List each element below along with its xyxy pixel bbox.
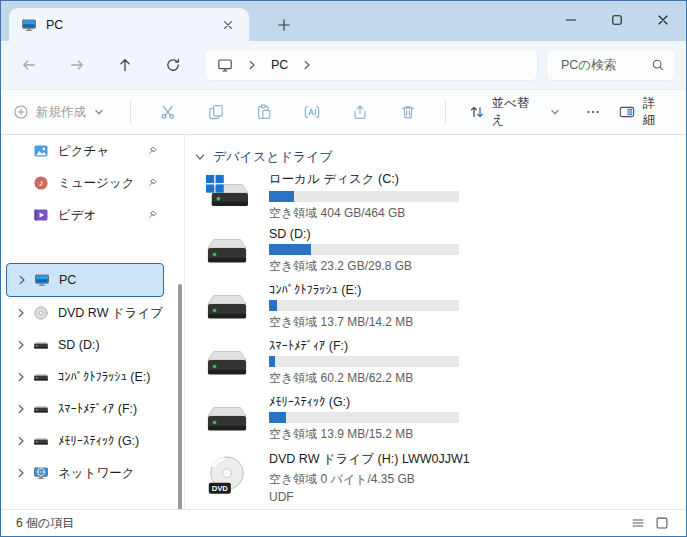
sidebar-item-8[interactable]: ﾒﾓﾘｰｽﾃｨｯｸ (G:): [6, 425, 164, 457]
share-button[interactable]: [336, 95, 384, 129]
hdd-icon: [204, 341, 250, 383]
more-options-button[interactable]: [571, 95, 615, 129]
paste-icon: [256, 104, 272, 120]
drive-name: DVD RW ドライブ (H:) LWW0JJW1: [269, 451, 529, 468]
maximize-icon: [611, 14, 623, 26]
content-area: ピクチャ ♪ミュージック ビデオ PC DVD RW ドライブ (H:) SD …: [1, 135, 686, 509]
group-header-devices[interactable]: デバイスとドライブ: [194, 148, 333, 166]
system-drive-icon: [204, 173, 250, 215]
forward-button[interactable]: [59, 51, 95, 79]
pin-icon: [146, 177, 158, 189]
hdd-small-icon: [33, 337, 49, 353]
capacity-bar: [269, 244, 459, 255]
sidebar-item-label: ｺﾝﾊﾟｸﾄﾌﾗｯｼｭ (E:): [58, 370, 164, 384]
address-bar[interactable]: PC: [204, 49, 538, 81]
pc-icon: [21, 17, 37, 33]
up-button[interactable]: [107, 51, 143, 79]
sort-arrows-icon: [469, 104, 485, 120]
sidebar-item-label: ネットワーク: [58, 465, 164, 482]
expand-chevron-icon[interactable]: [15, 403, 33, 415]
details-view-button[interactable]: 詳細: [615, 95, 672, 129]
sidebar-item-5[interactable]: SD (D:): [6, 329, 164, 361]
forward-icon: [69, 57, 85, 73]
tab-title: PC: [46, 18, 217, 32]
capacity-bar: [269, 412, 459, 423]
new-tab-button[interactable]: [271, 12, 297, 38]
dvd-icon: DVD: [204, 453, 250, 499]
command-bar: 新規作成 並べ替え 詳細: [1, 89, 686, 135]
close-button[interactable]: [640, 1, 686, 39]
delete-button[interactable]: [384, 95, 432, 129]
details-view-toggle[interactable]: [626, 512, 650, 534]
chevron-down-icon: [194, 151, 206, 163]
sidebar-item-label: SD (D:): [58, 338, 164, 352]
sidebar-item-4[interactable]: DVD RW ドライブ (H:): [6, 297, 164, 329]
up-arrow-icon: [117, 57, 133, 73]
expand-chevron-icon[interactable]: [15, 371, 33, 383]
plus-circle-icon: [13, 104, 29, 120]
pin-icon: [146, 145, 158, 157]
chevron-right-icon[interactable]: [301, 59, 313, 71]
breadcrumb-pc[interactable]: PC: [271, 58, 288, 72]
trash-icon: [400, 104, 416, 120]
sidebar: ピクチャ ♪ミュージック ビデオ PC DVD RW ドライブ (H:) SD …: [1, 135, 185, 509]
sidebar-item-0[interactable]: ピクチャ: [6, 135, 164, 167]
expand-chevron-icon[interactable]: [15, 339, 33, 351]
chevron-right-icon[interactable]: [246, 59, 258, 71]
share-icon: [352, 104, 368, 120]
close-icon: [222, 19, 234, 31]
hdd-icon: [204, 229, 250, 271]
icons-view-toggle[interactable]: [650, 512, 674, 534]
new-item-button[interactable]: 新規作成: [13, 104, 117, 121]
cut-button[interactable]: [144, 95, 192, 129]
sidebar-item-2[interactable]: ビデオ: [6, 199, 164, 231]
sidebar-item-9[interactable]: ネットワーク: [6, 457, 164, 489]
icons-view-icon: [655, 516, 669, 530]
drive-name: ｽﾏｰﾄﾒﾃﾞｨｱ (F:): [269, 339, 529, 353]
sidebar-item-pc[interactable]: PC: [6, 263, 164, 297]
sort-button[interactable]: 並べ替え: [459, 95, 572, 129]
back-icon: [21, 57, 37, 73]
search-box[interactable]: PCの検索: [546, 49, 676, 81]
paste-button[interactable]: [240, 95, 288, 129]
sidebar-item-label: ｽﾏｰﾄﾒﾃﾞｨｱ (F:): [58, 402, 164, 416]
refresh-button[interactable]: [155, 51, 191, 79]
sidebar-item-1[interactable]: ♪ミュージック: [6, 167, 164, 199]
back-button[interactable]: [11, 51, 47, 79]
sidebar-scrollbar[interactable]: [178, 284, 182, 537]
rename-button[interactable]: [288, 95, 336, 129]
sidebar-item-6[interactable]: ｺﾝﾊﾟｸﾄﾌﾗｯｼｭ (E:): [6, 361, 164, 393]
minimize-button[interactable]: [548, 1, 594, 39]
disc-icon: [33, 305, 49, 321]
expand-chevron-icon[interactable]: [15, 467, 33, 479]
sidebar-item-7[interactable]: ｽﾏｰﾄﾒﾃﾞｨｱ (F:): [6, 393, 164, 425]
search-placeholder: PCの検索: [561, 57, 651, 74]
tab-close-button[interactable]: [217, 14, 239, 36]
status-bar: 6 個の項目: [1, 509, 686, 536]
expand-chevron-icon[interactable]: [15, 307, 33, 319]
tab-pc[interactable]: PC: [9, 8, 249, 41]
filesystem-label: UDF: [269, 490, 529, 504]
sidebar-item-label: DVD RW ドライブ (H:): [58, 305, 164, 322]
copy-button[interactable]: [192, 95, 240, 129]
drive-name: ﾒﾓﾘｰｽﾃｨｯｸ (G:): [269, 395, 529, 409]
navigation-bar: PC PCの検索: [1, 41, 686, 89]
scissors-icon: [160, 104, 176, 120]
new-item-label: 新規作成: [36, 104, 86, 121]
maximize-button[interactable]: [594, 1, 640, 39]
ellipsis-icon: [585, 104, 601, 120]
group-header-label: デバイスとドライブ: [213, 148, 333, 166]
free-space-label: 空き領域 404 GB/464 GB: [269, 205, 529, 222]
sidebar-item-label: ﾒﾓﾘｰｽﾃｨｯｸ (G:): [58, 434, 164, 448]
details-pane-icon: [619, 104, 635, 120]
titlebar: PC: [1, 1, 686, 41]
main-panel: デバイスとドライブ ローカル ディスク (C:)空き領域 404 GB/464 …: [186, 135, 686, 509]
expand-chevron-icon[interactable]: [16, 274, 34, 286]
expand-chevron-icon[interactable]: [15, 435, 33, 447]
file-explorer-window: PC PC PCの検索 新規作成: [0, 0, 687, 537]
toolbar-separator: [445, 100, 446, 124]
chevron-down-icon: [549, 106, 561, 118]
pin-icon: [146, 209, 158, 221]
hdd-small-icon: [33, 433, 49, 449]
capacity-bar: [269, 356, 459, 367]
